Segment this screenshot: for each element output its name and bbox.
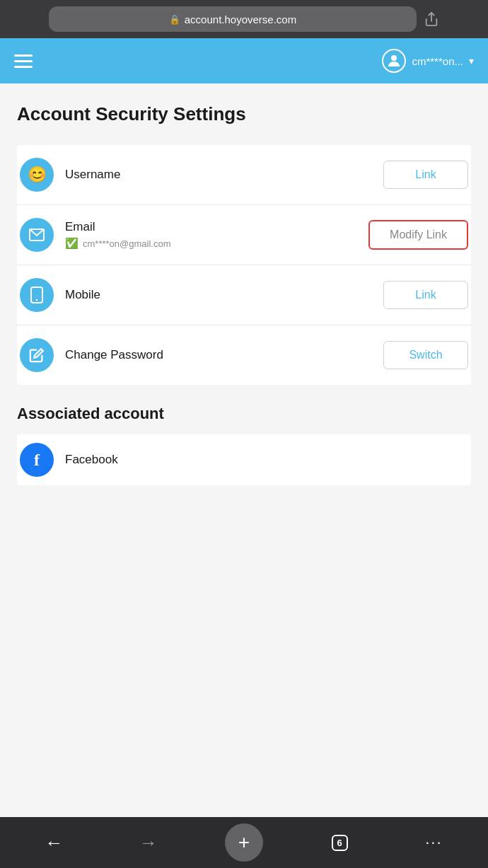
settings-item-mobile: Mobile Link: [17, 265, 471, 325]
url-bar: 🔒 account.hoyoverse.com: [0, 0, 488, 38]
settings-item-facebook: f Facebook Link: [17, 434, 471, 485]
mobile-link-button[interactable]: Link: [383, 281, 468, 309]
associated-account-title: Associated account: [17, 405, 471, 423]
mobile-label: Mobile: [65, 288, 372, 302]
email-sublabel: ✅ cm****on@gmail.com: [65, 237, 357, 250]
mobile-icon: [20, 278, 54, 312]
user-info[interactable]: cm****on... ▾: [382, 49, 474, 73]
email-icon: [20, 218, 54, 252]
hamburger-line-2: [14, 60, 33, 62]
settings-item-change-password: Change Password Switch: [17, 325, 471, 385]
user-avatar-icon: [382, 49, 406, 73]
mobile-text: Mobile: [65, 288, 372, 302]
svg-point-4: [36, 299, 37, 301]
change-password-text: Change Password: [65, 348, 372, 362]
hamburger-line-3: [14, 66, 33, 68]
email-action[interactable]: Modify Link: [368, 220, 468, 250]
settings-section: 😊 Username Link Email ✅ cm****on@gmail.c…: [17, 145, 471, 385]
email-address: cm****on@gmail.com: [83, 238, 170, 249]
change-password-action[interactable]: Switch: [383, 341, 468, 369]
forward-button[interactable]: →: [131, 825, 166, 860]
url-text: account.hoyoverse.com: [185, 13, 296, 25]
bottom-nav: ← → + 6 ···: [0, 817, 488, 868]
hamburger-menu[interactable]: [14, 54, 33, 68]
back-button[interactable]: ←: [37, 825, 72, 860]
email-text: Email ✅ cm****on@gmail.com: [65, 220, 357, 250]
change-password-switch-button[interactable]: Switch: [383, 341, 468, 369]
change-password-icon: [20, 338, 54, 372]
username-label: Username: [65, 168, 372, 182]
chevron-down-icon: ▾: [469, 55, 474, 66]
lock-icon: 🔒: [169, 14, 180, 25]
username-text: Username: [65, 168, 372, 182]
page-title: Account Security Settings: [17, 103, 471, 125]
settings-item-username: 😊 Username Link: [17, 145, 471, 205]
facebook-text: Facebook: [65, 453, 372, 467]
change-password-label: Change Password: [65, 348, 372, 362]
add-tab-button[interactable]: +: [225, 823, 263, 862]
email-label: Email: [65, 220, 357, 234]
svg-point-1: [391, 55, 397, 61]
page-content: Account Security Settings 😊 Username Lin…: [0, 83, 488, 817]
url-pill[interactable]: 🔒 account.hoyoverse.com: [49, 6, 417, 32]
username-display: cm****on...: [412, 55, 463, 67]
email-modify-link-button[interactable]: Modify Link: [368, 220, 468, 250]
facebook-label: Facebook: [65, 453, 372, 467]
facebook-icon: f: [20, 443, 54, 477]
mobile-action[interactable]: Link: [383, 281, 468, 309]
share-button[interactable]: [424, 11, 439, 27]
verified-icon: ✅: [65, 237, 79, 250]
hamburger-line-1: [14, 54, 33, 57]
username-action[interactable]: Link: [383, 161, 468, 189]
associated-settings-section: f Facebook Link: [17, 434, 471, 485]
username-link-button[interactable]: Link: [383, 161, 468, 189]
tab-count: 6: [332, 835, 348, 851]
username-icon: 😊: [20, 158, 54, 192]
more-options-button[interactable]: ···: [416, 825, 451, 860]
site-header: cm****on... ▾: [0, 38, 488, 83]
settings-item-email: Email ✅ cm****on@gmail.com Modify Link: [17, 205, 471, 265]
tab-switcher-button[interactable]: 6: [322, 825, 357, 860]
